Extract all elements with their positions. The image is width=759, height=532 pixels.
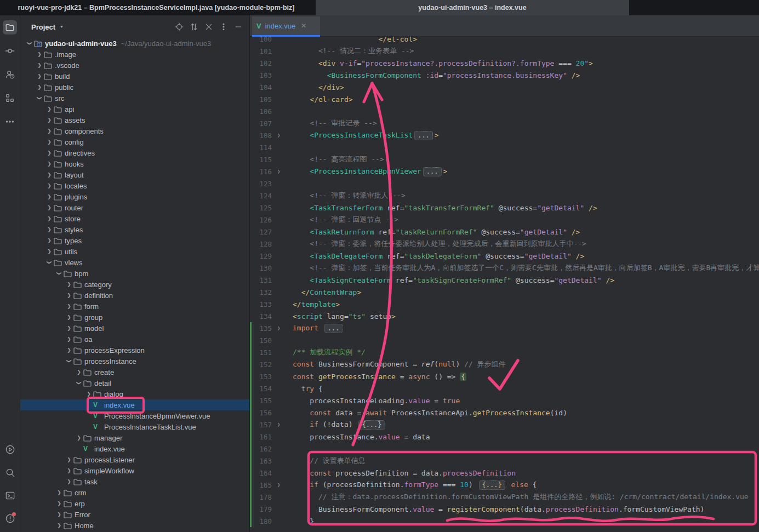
tree-item-locales[interactable]: ❯locales [20,180,249,191]
fold-arrow-icon[interactable]: ❯ [272,169,293,174]
tree-item-processInstance[interactable]: ❯processInstance [20,356,249,367]
chevron-collapsed-icon[interactable]: ❯ [65,304,73,309]
chevron-collapsed-icon[interactable]: ❯ [55,512,64,517]
more-icon[interactable] [3,115,17,129]
tab-close-icon[interactable]: ✕ [301,22,306,30]
chevron-collapsed-icon[interactable]: ❯ [75,369,83,375]
tree-file-index-vue[interactable]: Vindex.vue [20,399,249,410]
chevron-collapsed-icon[interactable]: ❯ [45,249,54,254]
more-vertical-icon[interactable] [219,22,228,32]
chevron-collapsed-icon[interactable]: ❯ [75,435,83,441]
code-line-134[interactable]: 134<script lang="ts" setup> [250,310,759,322]
tree-item-task[interactable]: ❯task [20,476,249,487]
code-line-107[interactable]: 107 <!-- 审批记录 --> [250,117,759,129]
code-line-151[interactable]: 151/** 加载流程实例 */ [250,346,759,358]
code-line-104[interactable]: 104 </div> [250,81,759,93]
tree-item-form[interactable]: ❯form [20,301,249,312]
code-line-126[interactable]: 126 <!-- 弹窗：回退节点 --> [250,214,759,226]
terminal-icon[interactable] [3,488,17,502]
tree-item-simpleWorkflow[interactable]: ❯simpleWorkflow [20,465,249,476]
code-line-178[interactable]: 178 // 注意：data.processDefinition.formCus… [250,491,759,503]
chevron-expanded-icon[interactable]: ❯ [27,39,32,48]
tree-item-Error[interactable]: ❯Error [20,509,249,520]
chevron-collapsed-icon[interactable]: ❯ [65,479,73,484]
code-line-162[interactable]: 162 [250,443,759,455]
tree-item-create[interactable]: ❯create [20,367,249,377]
chevron-collapsed-icon[interactable]: ❯ [35,84,44,90]
code-line-164[interactable]: 164 const processDefinition = data.proce… [250,467,759,479]
tree-item-crm[interactable]: ❯crm [20,487,249,498]
fold-arrow-icon[interactable]: ❯ [272,325,293,331]
chevron-expanded-icon[interactable]: ❯ [37,94,42,102]
chevron-collapsed-icon[interactable]: ❯ [45,227,54,232]
chevron-collapsed-icon[interactable]: ❯ [84,391,93,397]
code-line-106[interactable]: 106 [250,105,759,117]
chevron-collapsed-icon[interactable]: ❯ [35,62,44,68]
chevron-expanded-icon[interactable]: ❯ [66,357,72,365]
tree-item-detail[interactable]: ❯detail [20,377,249,388]
tree-item-api[interactable]: ❯api [20,104,249,115]
code-line-116[interactable]: 116❯ <ProcessInstanceBpmnViewer...> [250,165,759,178]
chevron-collapsed-icon[interactable]: ❯ [45,205,54,210]
code-line-165[interactable]: 165❯ if (processDefinition.formType === … [250,479,759,491]
chevron-collapsed-icon[interactable]: ❯ [55,523,64,528]
code-line-155[interactable]: 155 processInstanceLoading.value = true [250,394,759,407]
code-line-131[interactable]: 131 <TaskSignCreateForm ref="taskSignCre… [250,274,759,286]
tree-item-plugins[interactable]: ❯plugins [20,191,249,202]
chevron-collapsed-icon[interactable]: ❯ [45,183,54,188]
pull-requests-icon[interactable]: ? [3,67,17,82]
chevron-collapsed-icon[interactable]: ❯ [55,501,64,506]
chevron-collapsed-icon[interactable]: ❯ [45,216,54,221]
tree-item--vscode[interactable]: ❯.vscode [20,60,249,71]
fold-arrow-icon[interactable]: ❯ [272,422,293,427]
chevron-collapsed-icon[interactable]: ❯ [65,314,73,320]
chevron-collapsed-icon[interactable]: ❯ [45,117,54,123]
tree-item-build[interactable]: ❯build [20,71,249,82]
code-line-127[interactable]: 127 <TaskReturnForm ref="taskReturnFormR… [250,226,759,238]
tree-item-processExpression[interactable]: ❯processExpression [20,345,249,356]
chevron-expanded-icon[interactable]: ❯ [47,258,52,267]
run-services-icon[interactable] [3,442,17,456]
chevron-collapsed-icon[interactable]: ❯ [65,293,73,298]
chevron-collapsed-icon[interactable]: ❯ [35,52,44,57]
fold-arrow-icon[interactable]: ❯ [272,133,293,138]
chevron-collapsed-icon[interactable]: ❯ [65,347,73,353]
chevron-expanded-icon[interactable]: ❯ [76,379,82,387]
chevron-collapsed-icon[interactable]: ❯ [65,468,73,473]
tree-item-definition[interactable]: ❯definition [20,290,249,301]
code-line-128[interactable]: 128 <!-- 弹窗：委派，将任务委派给别人处理，处理完成后，会重新回到原审批… [250,238,759,250]
tree-item-group[interactable]: ❯group [20,312,249,323]
tree-item-directives[interactable]: ❯directives [20,147,249,158]
code-line-123[interactable]: 123 [250,178,759,190]
code-line-157[interactable]: 157❯ if (!data) {...} [250,419,759,431]
code-line-153[interactable]: 153const getProcessInstance = async () =… [250,370,759,382]
tree-item-store[interactable]: ❯store [20,213,249,224]
tree-item-bpm[interactable]: ❯bpm [20,268,249,279]
project-panel-title[interactable]: Project [31,23,55,31]
tree-item-src[interactable]: ❯src [20,93,249,104]
tree-file-index-vue[interactable]: Vindex.vue [20,443,249,454]
tree-item-router[interactable]: ❯router [20,202,249,213]
tree-item-types[interactable]: ❯types [20,235,249,246]
hide-icon[interactable] [233,22,243,32]
chevron-collapsed-icon[interactable]: ❯ [65,325,73,331]
locate-icon[interactable] [174,22,184,32]
tree-item-hooks[interactable]: ❯hooks [20,158,249,169]
tree-item-manager[interactable]: ❯manager [20,432,249,443]
code-line-129[interactable]: 129 <TaskDelegateForm ref="taskDelegateF… [250,250,759,262]
tree-item-yudao-ui-admin-vue3[interactable]: ❯yudao-ui-admin-vue3~/Java/yudao-ui-admi… [20,38,249,49]
commit-icon[interactable] [3,44,17,58]
chevron-collapsed-icon[interactable]: ❯ [65,457,73,462]
code-line-125[interactable]: 125 <TaskTransferForm ref="taskTransferF… [250,202,759,214]
code-line-163[interactable]: 163 // 设置表单信息 [250,455,759,467]
tree-item-config[interactable]: ❯config [20,136,249,147]
tree-item-public[interactable]: ❯public [20,82,249,93]
code-line-103[interactable]: 103 <BusinessFormComponent :id="processI… [250,69,759,81]
tree-item-processListener[interactable]: ❯processListener [20,454,249,465]
tree-file-ProcessInstanceTaskList-vue[interactable]: VProcessInstanceTaskList.vue [20,421,249,432]
swap-icon[interactable] [189,22,198,32]
chevron-collapsed-icon[interactable]: ❯ [65,282,73,287]
code-line-124[interactable]: 124 <!-- 弹窗：转派审批人 --> [250,190,759,202]
chevron-collapsed-icon[interactable]: ❯ [65,336,73,342]
code-line-115[interactable]: 115 <!-- 高亮流程图 --> [250,153,759,165]
